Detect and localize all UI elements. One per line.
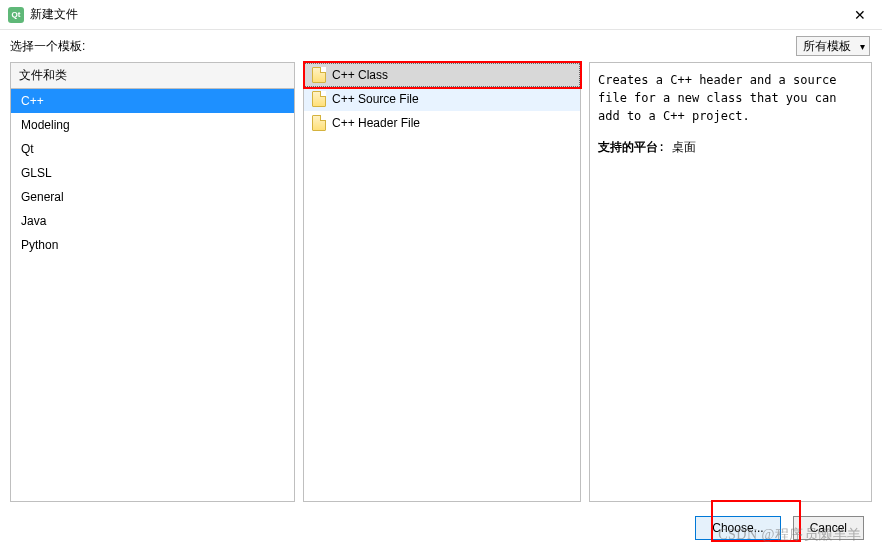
category-item-modeling[interactable]: Modeling [11, 113, 294, 137]
template-item-cpp-header[interactable]: C++ Header File [304, 111, 580, 135]
category-item-general[interactable]: General [11, 185, 294, 209]
titlebar-left: Qt 新建文件 [8, 6, 78, 23]
category-header: 文件和类 [11, 63, 294, 89]
file-icon [312, 115, 326, 131]
category-list: 文件和类 C++ Modeling Qt GLSL General Java P… [10, 62, 295, 502]
choose-button[interactable]: Choose... [695, 516, 780, 540]
category-item-qt[interactable]: Qt [11, 137, 294, 161]
titlebar: Qt 新建文件 ✕ [0, 0, 882, 30]
window-title: 新建文件 [30, 6, 78, 23]
file-icon [312, 91, 326, 107]
template-list: C++ Class C++ Source File C++ Header Fil… [303, 62, 581, 502]
category-item-cpp[interactable]: C++ [11, 89, 294, 113]
template-item-cpp-class[interactable]: C++ Class [304, 63, 580, 87]
category-item-glsl[interactable]: GLSL [11, 161, 294, 185]
platform-value: 桌面 [672, 140, 696, 154]
template-filter-select[interactable]: 所有模板 [796, 36, 870, 56]
platform-line: 支持的平台: 桌面 [598, 139, 863, 156]
close-icon: ✕ [854, 7, 866, 23]
close-button[interactable]: ✕ [837, 0, 882, 30]
button-row: Choose... Cancel [695, 516, 864, 540]
app-icon: Qt [8, 7, 24, 23]
subtitle-label: 选择一个模板: [10, 38, 85, 55]
subtitle-row: 选择一个模板: 所有模板 [0, 30, 882, 62]
cancel-button[interactable]: Cancel [793, 516, 864, 540]
platform-label: 支持的平台 [598, 140, 658, 154]
filter-label: 所有模板 [803, 38, 851, 55]
details-panel: Creates a C++ header and a source file f… [589, 62, 872, 502]
main-area: 文件和类 C++ Modeling Qt GLSL General Java P… [0, 62, 882, 502]
category-item-python[interactable]: Python [11, 233, 294, 257]
category-item-java[interactable]: Java [11, 209, 294, 233]
file-icon [312, 67, 326, 83]
template-description: Creates a C++ header and a source file f… [598, 71, 863, 125]
template-item-cpp-source[interactable]: C++ Source File [304, 87, 580, 111]
